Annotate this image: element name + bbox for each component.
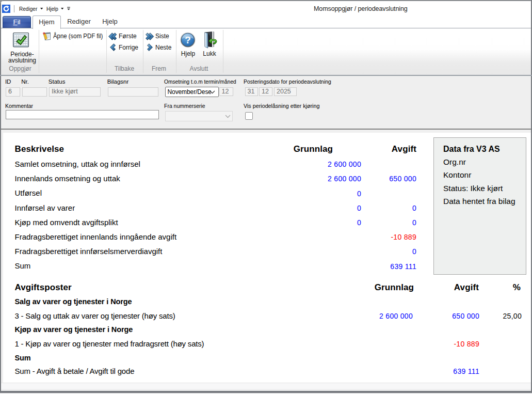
svg-text:?: ? — [185, 35, 191, 45]
